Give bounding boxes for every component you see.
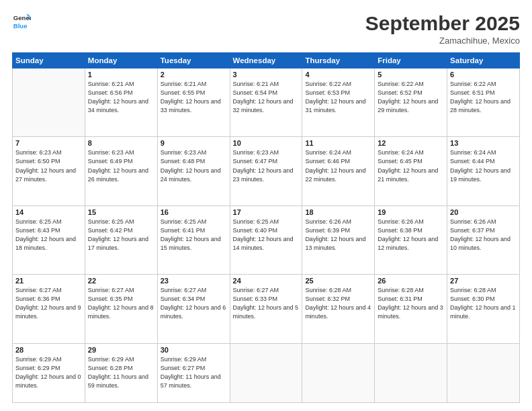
- table-row: 24Sunrise: 6:27 AM Sunset: 6:33 PM Dayli…: [230, 275, 302, 343]
- col-monday: Monday: [85, 53, 157, 68]
- table-row: 10Sunrise: 6:23 AM Sunset: 6:47 PM Dayli…: [230, 137, 302, 205]
- day-number: 29: [88, 346, 154, 354]
- day-number: 28: [15, 346, 82, 354]
- day-number: 9: [161, 139, 227, 147]
- day-number: 15: [88, 208, 154, 216]
- table-row: 20Sunrise: 6:26 AM Sunset: 6:37 PM Dayli…: [447, 205, 520, 274]
- table-row: 13Sunrise: 6:24 AM Sunset: 6:44 PM Dayli…: [447, 137, 520, 205]
- col-thursday: Thursday: [302, 53, 375, 68]
- col-saturday: Saturday: [447, 53, 520, 68]
- day-number: 14: [15, 208, 82, 216]
- table-row: 5Sunrise: 6:22 AM Sunset: 6:52 PM Daylig…: [375, 68, 447, 137]
- day-info: Sunrise: 6:28 AM Sunset: 6:30 PM Dayligh…: [450, 286, 517, 321]
- table-row: 17Sunrise: 6:25 AM Sunset: 6:40 PM Dayli…: [230, 205, 302, 274]
- table-row: 6Sunrise: 6:22 AM Sunset: 6:51 PM Daylig…: [447, 68, 520, 137]
- day-number: 1: [88, 71, 154, 79]
- day-info: Sunrise: 6:24 AM Sunset: 6:45 PM Dayligh…: [378, 148, 444, 183]
- day-info: Sunrise: 6:26 AM Sunset: 6:39 PM Dayligh…: [305, 218, 371, 253]
- table-row: 23Sunrise: 6:27 AM Sunset: 6:34 PM Dayli…: [157, 275, 230, 343]
- table-row: 25Sunrise: 6:28 AM Sunset: 6:32 PM Dayli…: [302, 275, 375, 343]
- table-row: 26Sunrise: 6:28 AM Sunset: 6:31 PM Dayli…: [375, 275, 447, 343]
- day-info: Sunrise: 6:25 AM Sunset: 6:40 PM Dayligh…: [233, 218, 300, 253]
- table-row: 21Sunrise: 6:27 AM Sunset: 6:36 PM Dayli…: [13, 275, 85, 343]
- title-block: September 2025 Zamachihue, Mexico: [365, 12, 520, 46]
- day-number: 21: [15, 277, 82, 285]
- day-number: 5: [378, 71, 444, 79]
- day-number: 11: [305, 139, 371, 147]
- day-info: Sunrise: 6:22 AM Sunset: 6:52 PM Dayligh…: [378, 80, 444, 115]
- day-number: 23: [161, 277, 227, 285]
- col-tuesday: Tuesday: [157, 53, 230, 68]
- day-info: Sunrise: 6:25 AM Sunset: 6:43 PM Dayligh…: [15, 218, 82, 253]
- page: General Blue September 2025 Zamachihue, …: [0, 0, 532, 411]
- logo-icon: General Blue: [12, 12, 31, 31]
- day-number: 26: [378, 277, 444, 285]
- day-info: Sunrise: 6:26 AM Sunset: 6:37 PM Dayligh…: [450, 218, 517, 253]
- table-row: 14Sunrise: 6:25 AM Sunset: 6:43 PM Dayli…: [13, 205, 85, 274]
- day-number: 16: [161, 208, 227, 216]
- calendar-table: Sunday Monday Tuesday Wednesday Thursday…: [12, 52, 520, 403]
- day-number: 8: [88, 139, 154, 147]
- table-row: 28Sunrise: 6:29 AM Sunset: 6:29 PM Dayli…: [13, 343, 85, 402]
- table-row: [302, 343, 375, 402]
- day-number: 27: [450, 277, 517, 285]
- day-info: Sunrise: 6:21 AM Sunset: 6:55 PM Dayligh…: [161, 80, 227, 115]
- day-info: Sunrise: 6:26 AM Sunset: 6:38 PM Dayligh…: [378, 218, 444, 253]
- day-info: Sunrise: 6:23 AM Sunset: 6:50 PM Dayligh…: [15, 148, 82, 183]
- day-info: Sunrise: 6:27 AM Sunset: 6:36 PM Dayligh…: [15, 286, 82, 321]
- day-info: Sunrise: 6:21 AM Sunset: 6:56 PM Dayligh…: [88, 80, 154, 115]
- table-row: 4Sunrise: 6:22 AM Sunset: 6:53 PM Daylig…: [302, 68, 375, 137]
- table-row: 27Sunrise: 6:28 AM Sunset: 6:30 PM Dayli…: [447, 275, 520, 343]
- col-wednesday: Wednesday: [230, 53, 302, 68]
- day-number: 17: [233, 208, 300, 216]
- day-info: Sunrise: 6:21 AM Sunset: 6:54 PM Dayligh…: [233, 80, 300, 115]
- day-number: 2: [161, 71, 227, 79]
- table-row: [13, 68, 85, 137]
- table-row: 22Sunrise: 6:27 AM Sunset: 6:35 PM Dayli…: [85, 275, 157, 343]
- day-number: 22: [88, 277, 154, 285]
- day-info: Sunrise: 6:25 AM Sunset: 6:41 PM Dayligh…: [161, 218, 227, 253]
- day-info: Sunrise: 6:24 AM Sunset: 6:46 PM Dayligh…: [305, 148, 371, 183]
- day-info: Sunrise: 6:23 AM Sunset: 6:47 PM Dayligh…: [233, 148, 300, 183]
- calendar-header-row: Sunday Monday Tuesday Wednesday Thursday…: [13, 53, 520, 68]
- day-info: Sunrise: 6:22 AM Sunset: 6:53 PM Dayligh…: [305, 80, 371, 115]
- day-number: 10: [233, 139, 300, 147]
- day-info: Sunrise: 6:27 AM Sunset: 6:33 PM Dayligh…: [233, 286, 300, 321]
- header: General Blue September 2025 Zamachihue, …: [12, 12, 520, 46]
- day-info: Sunrise: 6:22 AM Sunset: 6:51 PM Dayligh…: [450, 80, 517, 115]
- location: Zamachihue, Mexico: [365, 36, 520, 46]
- table-row: 16Sunrise: 6:25 AM Sunset: 6:41 PM Dayli…: [157, 205, 230, 274]
- col-sunday: Sunday: [13, 53, 85, 68]
- day-info: Sunrise: 6:24 AM Sunset: 6:44 PM Dayligh…: [450, 148, 517, 183]
- table-row: 15Sunrise: 6:25 AM Sunset: 6:42 PM Dayli…: [85, 205, 157, 274]
- day-number: 24: [233, 277, 300, 285]
- day-number: 30: [161, 346, 227, 354]
- table-row: 7Sunrise: 6:23 AM Sunset: 6:50 PM Daylig…: [13, 137, 85, 205]
- day-info: Sunrise: 6:29 AM Sunset: 6:29 PM Dayligh…: [15, 355, 82, 390]
- table-row: 8Sunrise: 6:23 AM Sunset: 6:49 PM Daylig…: [85, 137, 157, 205]
- table-row: [375, 343, 447, 402]
- day-info: Sunrise: 6:23 AM Sunset: 6:48 PM Dayligh…: [161, 148, 227, 183]
- day-info: Sunrise: 6:23 AM Sunset: 6:49 PM Dayligh…: [88, 148, 154, 183]
- day-number: 3: [233, 71, 300, 79]
- table-row: 30Sunrise: 6:29 AM Sunset: 6:27 PM Dayli…: [157, 343, 230, 402]
- day-number: 7: [15, 139, 82, 147]
- day-number: 25: [305, 277, 371, 285]
- table-row: 19Sunrise: 6:26 AM Sunset: 6:38 PM Dayli…: [375, 205, 447, 274]
- table-row: [230, 343, 302, 402]
- table-row: 2Sunrise: 6:21 AM Sunset: 6:55 PM Daylig…: [157, 68, 230, 137]
- table-row: 29Sunrise: 6:29 AM Sunset: 6:28 PM Dayli…: [85, 343, 157, 402]
- day-info: Sunrise: 6:25 AM Sunset: 6:42 PM Dayligh…: [88, 218, 154, 253]
- day-number: 20: [450, 208, 517, 216]
- day-number: 18: [305, 208, 371, 216]
- day-info: Sunrise: 6:27 AM Sunset: 6:34 PM Dayligh…: [161, 286, 227, 321]
- table-row: 1Sunrise: 6:21 AM Sunset: 6:56 PM Daylig…: [85, 68, 157, 137]
- table-row: 11Sunrise: 6:24 AM Sunset: 6:46 PM Dayli…: [302, 137, 375, 205]
- day-number: 4: [305, 71, 371, 79]
- day-info: Sunrise: 6:29 AM Sunset: 6:28 PM Dayligh…: [88, 355, 154, 390]
- day-info: Sunrise: 6:28 AM Sunset: 6:31 PM Dayligh…: [378, 286, 444, 321]
- svg-text:Blue: Blue: [13, 22, 28, 30]
- table-row: 9Sunrise: 6:23 AM Sunset: 6:48 PM Daylig…: [157, 137, 230, 205]
- table-row: 18Sunrise: 6:26 AM Sunset: 6:39 PM Dayli…: [302, 205, 375, 274]
- table-row: 3Sunrise: 6:21 AM Sunset: 6:54 PM Daylig…: [230, 68, 302, 137]
